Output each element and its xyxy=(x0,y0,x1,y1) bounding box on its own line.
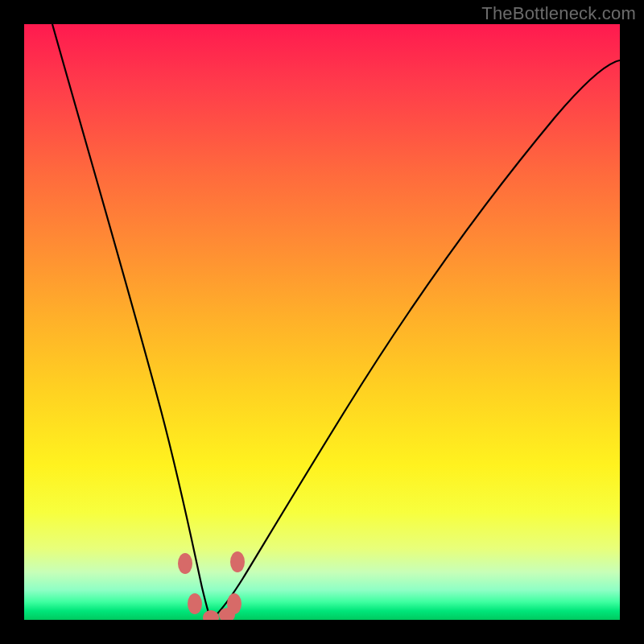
marker-dot xyxy=(227,593,242,614)
marker-dot xyxy=(188,593,202,614)
marker-dot xyxy=(203,610,219,620)
outer-frame: TheBottleneck.com xyxy=(0,0,644,644)
right-branch-curve xyxy=(211,60,620,620)
plot-area xyxy=(24,24,620,620)
watermark-text: TheBottleneck.com xyxy=(481,3,636,24)
marker-dot xyxy=(230,551,245,572)
left-branch-curve xyxy=(52,24,211,620)
marker-dot xyxy=(178,553,192,574)
curve-layer xyxy=(24,24,620,620)
